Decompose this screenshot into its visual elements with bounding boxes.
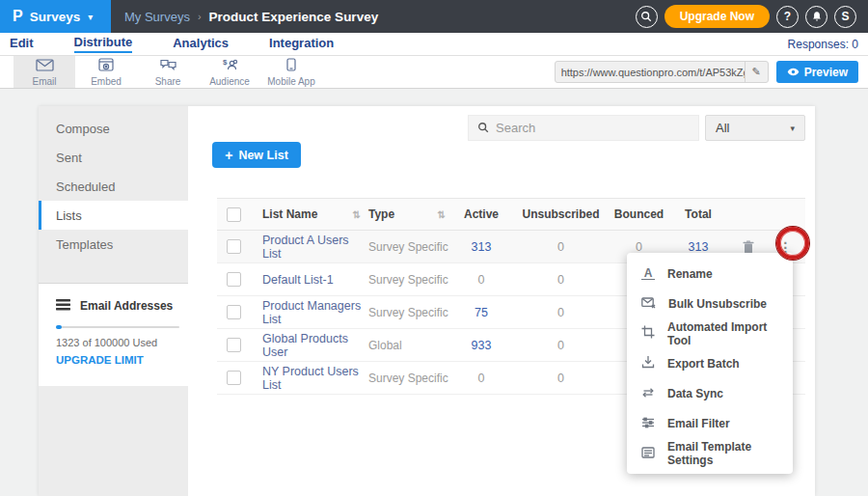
eye-icon: [787, 66, 800, 79]
surveys-product-switcher[interactable]: P Surveys ▾: [0, 0, 111, 33]
chevron-down-icon: ▾: [88, 12, 93, 22]
total-count[interactable]: 313: [665, 240, 731, 254]
list-name-link[interactable]: Default List-1: [262, 273, 368, 287]
delete-list-trash-icon[interactable]: [731, 240, 766, 254]
row-checkbox[interactable]: [227, 338, 241, 352]
email-template-settings-icon: [641, 445, 655, 462]
toolbar-item-label: Embed: [91, 76, 122, 87]
preview-button[interactable]: Preview: [776, 61, 858, 83]
chevron-down-icon: ▾: [790, 124, 795, 133]
tab-distribute[interactable]: Distribute: [74, 35, 133, 53]
sidebar-item-scheduled[interactable]: Scheduled: [39, 172, 188, 201]
menu-item-export-batch[interactable]: Export Batch: [627, 348, 793, 378]
list-name-link[interactable]: Product Managers List: [262, 299, 368, 326]
upgrade-now-button[interactable]: Upgrade Now: [665, 5, 770, 28]
list-type: Survey Specific: [368, 372, 453, 385]
menu-item-rename[interactable]: A Rename: [627, 259, 793, 289]
rename-icon: A: [641, 268, 655, 280]
list-name-link[interactable]: NY Product Users List: [262, 365, 368, 392]
notifications-bell-icon[interactable]: [805, 6, 827, 28]
new-list-button[interactable]: + New List: [212, 142, 301, 168]
column-active: Active: [453, 207, 509, 221]
toolbar-item-label: Share: [155, 76, 181, 87]
sidebar-item-sent[interactable]: Sent: [39, 143, 188, 172]
active-count[interactable]: 0: [453, 372, 509, 385]
questionpro-logo: P: [13, 8, 23, 25]
email-addresses-section: Email Addresses 1323 of 100000 Used UPGR…: [39, 283, 188, 386]
email-sidebar: Compose Sent Scheduled Lists Templates E…: [39, 106, 188, 496]
embed-icon: [98, 58, 114, 75]
menu-item-automated-import-tool[interactable]: Automated Import Tool: [627, 318, 793, 348]
toolbar-item-label: Audience: [209, 76, 250, 87]
active-count[interactable]: 0: [453, 273, 509, 287]
list-name-link[interactable]: Global Products User: [262, 332, 368, 359]
tab-edit[interactable]: Edit: [10, 36, 34, 52]
search-input[interactable]: [496, 121, 690, 135]
active-count[interactable]: 75: [453, 306, 509, 319]
tab-analytics[interactable]: Analytics: [173, 36, 229, 52]
column-type: Type⇅: [368, 207, 453, 221]
toolbar-item-share[interactable]: Share: [137, 56, 199, 88]
menu-item-email-filter[interactable]: Email Filter: [627, 408, 793, 438]
mobile-app-icon: [286, 58, 296, 75]
list-type: Survey Specific: [368, 273, 453, 287]
search-icon: [477, 120, 489, 137]
table-header-row: List Name⇅ Type⇅ Active Unsubscribed Bou…: [217, 198, 805, 231]
survey-url[interactable]: https://www.questionpro.com/t/AP53kZgfo: [556, 67, 745, 78]
menu-item-email-template-settings[interactable]: Email Template Settings: [627, 438, 793, 468]
edit-url-pencil-icon[interactable]: ✎: [745, 62, 768, 82]
export-batch-icon: [641, 355, 655, 372]
email-addresses-header: Email Addresses: [56, 297, 176, 315]
data-sync-icon: [641, 385, 655, 402]
tab-integration[interactable]: Integration: [269, 36, 334, 52]
email-usage-progressbar: [56, 326, 179, 328]
sidebar-item-compose[interactable]: Compose: [39, 114, 188, 143]
toolbar-item-mobile-app[interactable]: Mobile App: [260, 56, 322, 88]
sort-icon[interactable]: ⇅: [353, 209, 361, 220]
top-bar: P Surveys ▾ My Surveys › Product Experie…: [0, 0, 868, 33]
active-count[interactable]: 933: [453, 339, 509, 352]
product-name: Surveys: [30, 10, 81, 24]
sidebar-item-lists[interactable]: Lists: [39, 201, 188, 230]
active-count[interactable]: 313: [453, 240, 509, 254]
menu-item-data-sync[interactable]: Data Sync: [627, 378, 793, 408]
questionpro-distribute-screen: P Surveys ▾ My Surveys › Product Experie…: [0, 0, 868, 496]
email-icon: [36, 58, 54, 75]
email-addresses-title: Email Addresses: [80, 299, 173, 313]
plus-icon: +: [225, 148, 232, 163]
automated-import-icon: [641, 325, 655, 343]
sidebar-item-templates[interactable]: Templates: [39, 230, 188, 259]
unsubscribed-count: 0: [509, 240, 612, 254]
audience-icon: $: [221, 58, 238, 75]
toolbar-item-audience[interactable]: $ Audience: [199, 56, 260, 88]
help-icon[interactable]: ?: [776, 6, 799, 28]
toolbar-item-embed[interactable]: Embed: [75, 56, 137, 88]
row-checkbox[interactable]: [227, 305, 241, 319]
breadcrumb-my-surveys[interactable]: My Surveys: [124, 10, 190, 24]
preview-label: Preview: [804, 66, 848, 79]
unsubscribed-count: 0: [509, 273, 612, 287]
column-bounced: Bounced: [612, 207, 665, 221]
unsubscribed-count: 0: [509, 372, 612, 385]
row-checkbox[interactable]: [227, 371, 241, 385]
svg-text:$: $: [223, 58, 228, 67]
email-usage-progress-fill: [56, 325, 62, 329]
sort-icon[interactable]: ⇅: [438, 209, 446, 220]
select-all-checkbox[interactable]: [227, 207, 241, 222]
toolbar-item-email[interactable]: Email: [14, 56, 75, 88]
list-filter-dropdown[interactable]: All ▾: [705, 115, 805, 141]
upgrade-limit-link[interactable]: UPGRADE LIMIT: [56, 354, 176, 366]
user-avatar[interactable]: S: [834, 6, 856, 28]
survey-nav: Edit Distribute Analytics Integration Re…: [0, 33, 868, 56]
row-checkbox[interactable]: [227, 239, 241, 254]
list-name-link[interactable]: Product A Users List: [262, 234, 368, 261]
bulk-unsubscribe-icon: [641, 295, 656, 313]
email-usage-text: 1323 of 100000 Used: [56, 337, 176, 348]
new-list-label: New List: [238, 149, 287, 162]
menu-item-bulk-unsubscribe[interactable]: Bulk Unsubscribe: [627, 289, 793, 318]
row-checkbox[interactable]: [227, 272, 241, 287]
bounced-count: 0: [612, 240, 665, 254]
responses-count[interactable]: Responses: 0: [788, 38, 858, 51]
search-icon[interactable]: [636, 6, 658, 28]
column-total: Total: [665, 207, 731, 221]
